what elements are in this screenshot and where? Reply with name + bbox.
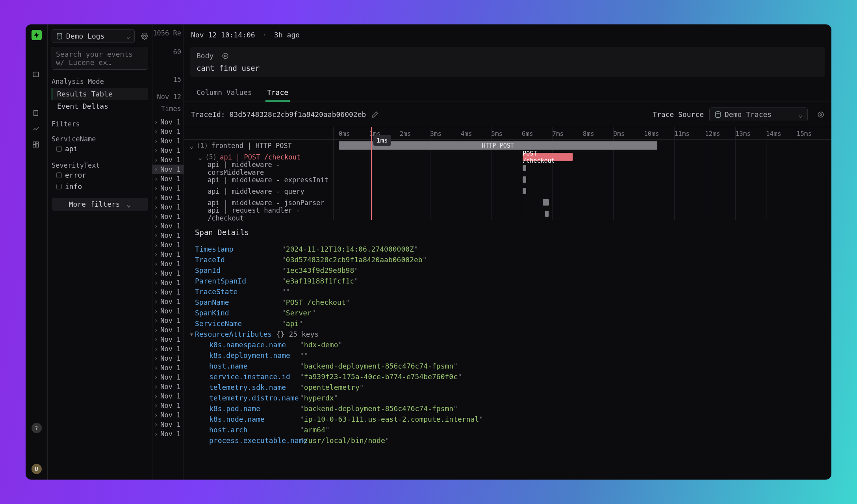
- log-line[interactable]: ›Nov 1: [152, 382, 184, 391]
- log-line[interactable]: ›Nov 1: [152, 391, 184, 401]
- panel-icon[interactable]: [32, 70, 41, 79]
- log-line[interactable]: ›Nov 1: [152, 117, 184, 127]
- log-line[interactable]: ›Nov 1: [152, 410, 184, 420]
- log-line[interactable]: ›Nov 1: [152, 240, 184, 250]
- span-bar[interactable]: [523, 176, 526, 183]
- span-row[interactable]: api | middleware - corsMiddleware: [184, 163, 333, 174]
- axis-tick: 0ms: [339, 130, 350, 137]
- svg-rect-0: [33, 72, 39, 77]
- span-row[interactable]: api | middleware - expressInit: [184, 174, 333, 185]
- log-line[interactable]: ›Nov 1: [152, 372, 184, 382]
- body-label: Body: [197, 52, 213, 60]
- log-line[interactable]: ›Nov 1: [152, 250, 184, 259]
- chevron-right-icon: ›: [154, 421, 158, 428]
- user-avatar[interactable]: U: [32, 464, 42, 474]
- log-line[interactable]: ›Nov 1: [152, 212, 184, 221]
- svg-point-10: [224, 55, 226, 57]
- dashboard-icon[interactable]: [32, 140, 41, 149]
- log-line[interactable]: ›Nov 1: [152, 354, 184, 363]
- log-line[interactable]: ›Nov 1: [152, 183, 184, 193]
- resource-attr: k8s.node.name"ip-10-0-63-111.us-east-2.c…: [209, 414, 820, 424]
- log-line[interactable]: ›Nov 1: [152, 193, 184, 202]
- app-logo[interactable]: [32, 30, 42, 40]
- trace-source-select[interactable]: Demo Traces ⌄: [709, 107, 808, 121]
- resource-attrs-label[interactable]: ResourceAttributes: [195, 330, 276, 338]
- log-line[interactable]: ›Nov 1: [152, 316, 184, 325]
- log-line[interactable]: ›Nov 1: [152, 174, 184, 183]
- body-content: cant find user: [197, 64, 819, 72]
- gear-icon[interactable]: [817, 110, 824, 119]
- axis-tick: 2ms: [400, 130, 411, 137]
- gear-icon[interactable]: [222, 52, 229, 60]
- chevron-right-icon: ›: [154, 392, 158, 400]
- log-line[interactable]: ›Nov 1: [152, 165, 184, 174]
- book-icon[interactable]: [32, 109, 41, 117]
- log-line[interactable]: ›Nov 1: [152, 363, 184, 372]
- span-bar[interactable]: [545, 211, 549, 217]
- source-select[interactable]: Demo Logs ⌄: [52, 29, 135, 43]
- filter-severity-error[interactable]: error: [52, 169, 148, 181]
- log-line[interactable]: ›Nov 1: [152, 127, 184, 136]
- search-input[interactable]: Search your events w/ Lucene ex…: [52, 47, 148, 70]
- chevron-down-icon[interactable]: ⌄: [189, 142, 193, 150]
- svg-point-13: [820, 113, 822, 115]
- log-line[interactable]: ›Nov 1: [152, 146, 184, 155]
- chevron-right-icon: ›: [154, 128, 158, 135]
- checkbox[interactable]: [56, 184, 62, 189]
- log-line[interactable]: ›Nov 1: [152, 221, 184, 231]
- log-line[interactable]: ›Nov 1: [152, 344, 184, 354]
- chevron-right-icon: ›: [154, 383, 158, 391]
- tab-column-values[interactable]: Column Values: [195, 85, 254, 102]
- log-line[interactable]: ›Nov 1: [152, 420, 184, 429]
- log-line[interactable]: ›Nov 1: [152, 287, 184, 297]
- mode-event-deltas[interactable]: Event Deltas: [52, 100, 148, 112]
- span-bar[interactable]: POST /checkout: [523, 153, 572, 161]
- chevron-right-icon: ›: [154, 402, 158, 410]
- log-line[interactable]: ›Nov 1: [152, 259, 184, 269]
- checkbox[interactable]: [56, 146, 62, 152]
- log-line[interactable]: ›Nov 1: [152, 335, 184, 344]
- trace-id-label: TraceId: 03d5748328c2cb9f1a8420aab06002e…: [191, 110, 366, 119]
- log-line[interactable]: ›Nov 1: [152, 231, 184, 240]
- filter-service-api[interactable]: api: [52, 143, 148, 154]
- log-line[interactable]: ›Nov 1: [152, 202, 184, 212]
- help-button[interactable]: ?: [32, 423, 42, 433]
- log-line[interactable]: ›Nov 1: [152, 278, 184, 287]
- body-panel: Body cant find user: [190, 47, 825, 77]
- tab-trace[interactable]: Trace: [265, 85, 290, 102]
- trace-header: TraceId: 03d5748328c2cb9f1a8420aab06002e…: [184, 102, 831, 127]
- gear-icon[interactable]: [141, 32, 148, 40]
- span-row[interactable]: api | request handler - /checkout: [184, 208, 333, 220]
- log-line[interactable]: ›Nov 1: [152, 306, 184, 316]
- chart-icon[interactable]: [32, 124, 41, 133]
- hover-badge: 1ms: [373, 135, 391, 146]
- chevron-down-icon[interactable]: ⌄: [198, 153, 202, 161]
- span-bar[interactable]: [523, 165, 526, 171]
- edit-icon[interactable]: [371, 110, 378, 119]
- filter-severity-info[interactable]: info: [52, 181, 148, 192]
- chevron-right-icon: ›: [154, 203, 158, 211]
- checkbox[interactable]: [56, 172, 62, 178]
- svg-rect-4: [33, 142, 35, 144]
- log-line[interactable]: ›Nov 1: [152, 401, 184, 410]
- service-name-heading: ServiceName: [52, 135, 148, 143]
- log-line[interactable]: ›Nov 1: [152, 297, 184, 306]
- span-row[interactable]: api | middleware - query: [184, 185, 333, 197]
- span-bar[interactable]: [523, 188, 526, 194]
- span-field: ParentSpanId"e3af19188f1fcf1c": [195, 276, 820, 286]
- span-row[interactable]: ⌄(1)frontend | HTTP POST: [184, 140, 333, 151]
- chevron-right-icon: ›: [154, 430, 158, 438]
- log-line[interactable]: ›Nov 1: [152, 325, 184, 335]
- chevron-right-icon: ›: [154, 354, 158, 362]
- log-line[interactable]: ›Nov 1: [152, 155, 184, 165]
- mode-results-table[interactable]: Results Table: [52, 88, 148, 100]
- more-filters-button[interactable]: More filters ⌄: [52, 198, 148, 211]
- log-line[interactable]: ›Nov 1: [152, 429, 184, 439]
- chevron-right-icon: ›: [154, 317, 158, 324]
- resource-attr: service.instance.id"fa939f23-175a-40ce-b…: [209, 371, 820, 382]
- log-line[interactable]: ›Nov 1: [152, 269, 184, 278]
- chevron-right-icon: ›: [154, 118, 158, 126]
- log-line[interactable]: ›Nov 1: [152, 136, 184, 146]
- collapse-icon[interactable]: ▾: [189, 330, 195, 338]
- span-bar[interactable]: [543, 199, 549, 206]
